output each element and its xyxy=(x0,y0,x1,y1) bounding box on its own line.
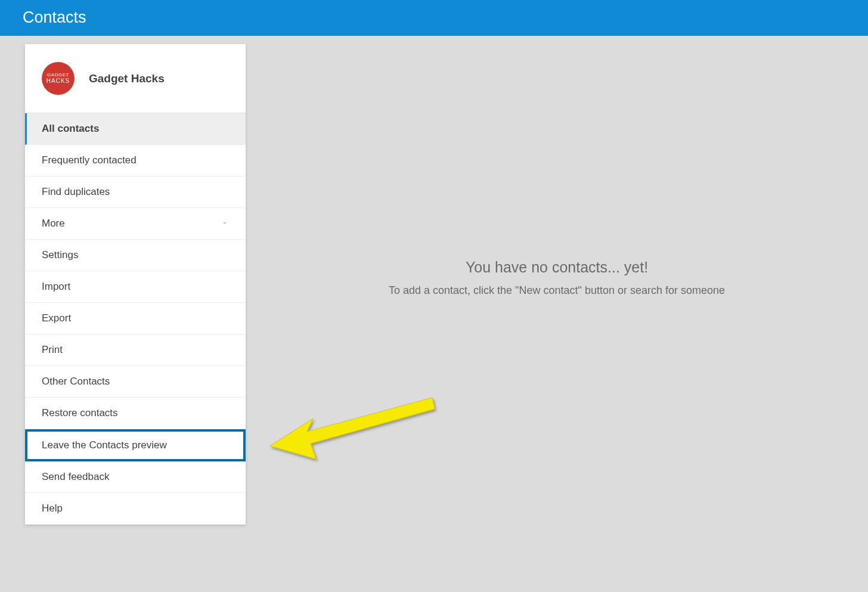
sidebar-item-label: Print xyxy=(42,344,63,356)
sidebar-item-label: Send feedback xyxy=(42,471,109,483)
app-header: Contacts xyxy=(0,0,868,36)
sidebar-item-label: Export xyxy=(42,312,71,324)
sidebar-item-label: Leave the Contacts preview xyxy=(42,439,167,451)
sidebar-item-help[interactable]: Help xyxy=(25,493,246,525)
avatar-text-bottom: HACKS xyxy=(46,78,70,84)
sidebar-item-restore-contacts[interactable]: Restore contacts xyxy=(25,398,246,429)
sidebar-item-label: Import xyxy=(42,281,70,293)
main-content: You have no contacts... yet! To add a co… xyxy=(246,44,868,525)
sidebar-item-label: Frequently contacted xyxy=(42,154,137,166)
sidebar-item-print[interactable]: Print xyxy=(25,334,246,366)
sidebar-item-label: Restore contacts xyxy=(42,407,118,419)
profile-avatar: GADGET HACKS xyxy=(42,62,75,95)
sidebar-item-label: Settings xyxy=(42,249,78,261)
avatar-text-top: GADGET xyxy=(47,73,69,78)
sidebar-item-label: Other Contacts xyxy=(42,376,110,388)
sidebar-item-other-contacts[interactable]: Other Contacts xyxy=(25,366,246,398)
sidebar-item-find-duplicates[interactable]: Find duplicates xyxy=(25,176,246,208)
profile-section[interactable]: GADGET HACKS Gadget Hacks xyxy=(25,44,246,113)
sidebar-item-label: Find duplicates xyxy=(42,186,110,198)
sidebar-item-settings[interactable]: Settings xyxy=(25,240,246,271)
sidebar-item-frequently-contacted[interactable]: Frequently contacted xyxy=(25,145,246,176)
sidebar-item-label: Help xyxy=(42,503,63,514)
empty-state-subtitle: To add a contact, click the "New contact… xyxy=(389,284,725,297)
sidebar-item-all-contacts[interactable]: All contacts xyxy=(25,113,246,145)
sidebar-item-send-feedback[interactable]: Send feedback xyxy=(25,461,246,493)
profile-name: Gadget Hacks xyxy=(89,72,165,85)
sidebar-item-more[interactable]: More xyxy=(25,208,246,240)
sidebar-item-leave-preview[interactable]: Leave the Contacts preview xyxy=(25,429,246,461)
chevron-down-icon xyxy=(221,219,229,229)
sidebar-item-label: More xyxy=(42,218,65,230)
sidebar-item-label: All contacts xyxy=(42,123,99,135)
content-area: GADGET HACKS Gadget Hacks All contacts F… xyxy=(0,36,868,525)
sidebar-item-export[interactable]: Export xyxy=(25,303,246,334)
app-title: Contacts xyxy=(23,8,86,27)
sidebar-item-import[interactable]: Import xyxy=(25,271,246,303)
empty-state-title: You have no contacts... yet! xyxy=(466,259,648,276)
sidebar: GADGET HACKS Gadget Hacks All contacts F… xyxy=(25,44,246,525)
